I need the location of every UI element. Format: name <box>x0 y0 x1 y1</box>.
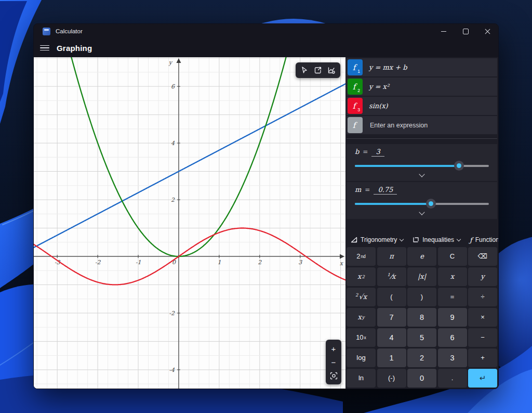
key-second[interactable]: 2nd <box>347 247 376 266</box>
svg-text:-4: -4 <box>169 367 175 373</box>
key-five[interactable]: 5 <box>407 328 436 347</box>
share-button[interactable] <box>311 64 325 76</box>
key-equals[interactable]: = <box>438 288 467 307</box>
function-icon: ƒ <box>470 236 472 244</box>
chevron-down-icon <box>457 237 461 241</box>
key-three[interactable]: 3 <box>438 349 467 368</box>
slider-b-name: b <box>355 148 359 156</box>
key-two[interactable]: 2 <box>407 349 436 368</box>
keypad: 2ndπeC⌫x21⁄x|x|xy2√x()=÷xy789×10x456−log… <box>347 247 497 389</box>
graph-toolbar <box>296 62 340 78</box>
key-x-power-y[interactable]: xy <box>347 308 376 327</box>
f3-expression[interactable]: sin(x) <box>369 102 388 110</box>
app-header: Graphing <box>34 38 498 57</box>
graph-plot[interactable]: -3-2-10123642-2-4yx <box>34 57 345 389</box>
function-row-3[interactable]: f3 sin(x) <box>347 97 497 115</box>
titlebar: Calculator <box>34 24 498 38</box>
key-euler[interactable]: e <box>407 247 436 266</box>
key-open-paren[interactable]: ( <box>377 288 406 307</box>
chevron-down-icon <box>419 209 424 215</box>
zoom-out-button[interactable]: − <box>327 355 340 369</box>
menu-button[interactable] <box>40 45 49 51</box>
backspace-icon: ⌫ <box>478 252 487 260</box>
slider-m-value[interactable]: 0.75 <box>374 186 397 195</box>
keypad-tabs: Trigonometry Inequalities ƒ Function <box>347 232 497 247</box>
page-title: Graphing <box>57 44 92 53</box>
svg-text:-2: -2 <box>169 310 175 317</box>
key-seven[interactable]: 7 <box>377 308 406 327</box>
key-log[interactable]: log <box>347 349 376 368</box>
key-divide[interactable]: ÷ <box>468 288 497 307</box>
new-function-badge: f <box>348 117 363 133</box>
key-backspace[interactable]: ⌫ <box>468 247 497 266</box>
key-ln[interactable]: ln <box>347 369 376 388</box>
maximize-icon <box>463 29 469 34</box>
f1-expression[interactable]: y = mx + b <box>369 63 407 71</box>
graph-area[interactable]: -3-2-10123642-2-4yx + − <box>34 57 345 389</box>
key-four[interactable]: 4 <box>377 328 406 347</box>
slider-b-thumb[interactable] <box>454 161 464 171</box>
key-enter[interactable]: ↵ <box>468 369 497 388</box>
enter-icon: ↵ <box>480 373 486 383</box>
inequalities-icon <box>413 237 419 243</box>
key-absolute-value[interactable]: |x| <box>407 267 436 287</box>
key-reciprocal[interactable]: 1⁄x <box>377 267 406 287</box>
slider-m-thumb[interactable] <box>426 199 436 209</box>
svg-text:-2: -2 <box>95 259 101 266</box>
close-icon <box>485 29 490 34</box>
trace-button[interactable] <box>298 64 311 76</box>
key-x-squared[interactable]: x2 <box>347 267 376 287</box>
chevron-down-icon <box>419 171 424 177</box>
f1-badge[interactable]: f1 <box>348 59 363 75</box>
svg-text:2: 2 <box>258 259 262 266</box>
key-variable-x[interactable]: x <box>438 267 467 287</box>
desktop: { "window": { "app_title": "Calculator",… <box>0 0 532 413</box>
f2-expression[interactable]: y = x² <box>369 83 389 91</box>
zoom-fit-button[interactable] <box>327 369 340 382</box>
key-nine[interactable]: 9 <box>438 308 467 327</box>
key-decimal[interactable]: . <box>438 369 467 388</box>
key-clear[interactable]: C <box>438 247 467 266</box>
key-plus[interactable]: + <box>468 349 497 368</box>
slider-m[interactable] <box>355 199 489 208</box>
key-pi[interactable]: π <box>377 247 406 266</box>
close-button[interactable] <box>476 24 498 38</box>
zoom-controls: + − <box>326 340 341 384</box>
key-close-paren[interactable]: ) <box>407 288 436 307</box>
key-eight[interactable]: 8 <box>407 308 436 327</box>
maximize-button[interactable] <box>455 24 476 38</box>
function-row-2[interactable]: f2 y = x² <box>347 78 497 96</box>
key-variable-y[interactable]: y <box>468 267 497 287</box>
key-ten-power-x[interactable]: 10x <box>347 328 376 347</box>
svg-text:6: 6 <box>171 83 175 90</box>
tab-function[interactable]: ƒ Function <box>470 236 499 244</box>
tab-trigonometry[interactable]: Trigonometry <box>351 236 403 243</box>
tab-inequalities[interactable]: Inequalities <box>413 236 460 243</box>
slider-b-expand-button[interactable] <box>355 171 489 179</box>
trigonometry-icon <box>351 237 357 243</box>
minimize-button[interactable] <box>433 24 455 38</box>
svg-text:2: 2 <box>171 197 175 203</box>
key-one[interactable]: 1 <box>377 349 406 368</box>
slider-b-value[interactable]: 3 <box>371 148 384 157</box>
key-square-root[interactable]: 2√x <box>347 288 376 307</box>
calculator-window: Calculator Graphing -3-2-10123642-2-4yx <box>33 23 499 389</box>
app-title: Calculator <box>56 28 83 34</box>
slider-card-b: b = 3 <box>347 144 497 181</box>
key-multiply[interactable]: × <box>468 308 497 327</box>
graph-options-button[interactable] <box>325 64 338 76</box>
key-negate[interactable]: (-) <box>377 369 406 388</box>
svg-text:-1: -1 <box>136 259 141 266</box>
key-six[interactable]: 6 <box>438 328 467 347</box>
expression-input[interactable] <box>369 121 475 130</box>
f3-badge[interactable]: f3 <box>348 98 363 114</box>
function-row-1[interactable]: f1 y = mx + b <box>347 58 497 76</box>
zoom-in-button[interactable]: + <box>327 342 340 355</box>
svg-text:3: 3 <box>298 259 302 266</box>
function-input-row[interactable]: f <box>347 116 497 134</box>
slider-b[interactable] <box>355 161 489 170</box>
slider-m-expand-button[interactable] <box>355 209 489 217</box>
key-zero[interactable]: 0 <box>407 369 436 388</box>
key-minus[interactable]: − <box>468 328 497 347</box>
f2-badge[interactable]: f2 <box>348 79 363 95</box>
